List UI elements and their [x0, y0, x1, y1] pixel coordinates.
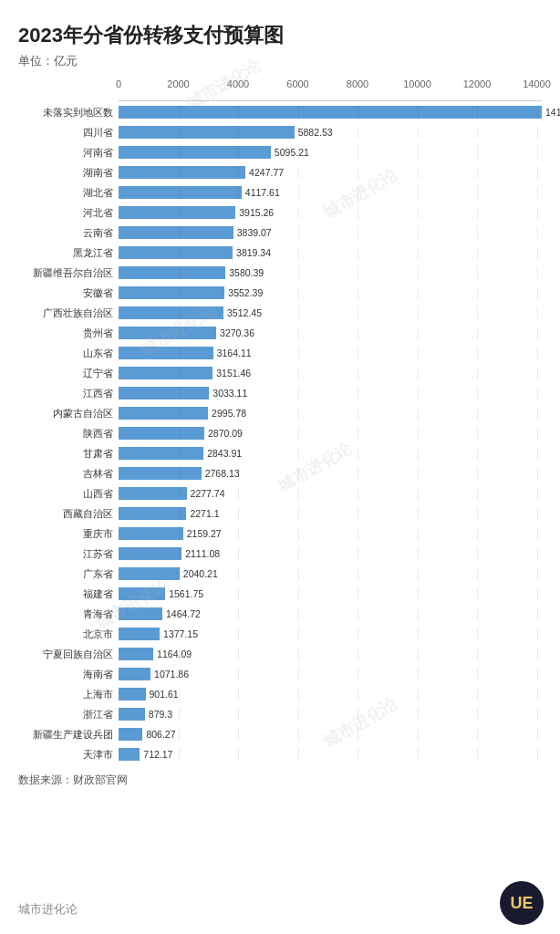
bar-fill	[119, 487, 187, 500]
bar-fill	[119, 226, 233, 239]
bar-value: 1377.15	[163, 628, 198, 639]
bar-fill	[119, 206, 235, 219]
bar-track: 4247.77	[119, 166, 542, 179]
bar-fill	[119, 126, 295, 139]
bar-fill	[119, 628, 160, 640]
bar-fill	[119, 527, 183, 540]
bar-value: 1464.72	[166, 608, 201, 619]
bar-fill	[119, 688, 146, 700]
chart-area: 02000400060008000100001200014000 未落实到地区数…	[18, 78, 542, 765]
bar-value: 2040.21	[183, 568, 218, 579]
bar-row: 广西壮族自治区3512.45	[18, 304, 542, 322]
bar-fill	[119, 306, 223, 319]
bar-value: 901.61	[150, 689, 179, 700]
bar-fill	[119, 748, 140, 761]
x-label-6000: 6000	[286, 78, 308, 89]
bar-track: 1377.15	[119, 628, 542, 640]
bar-row: 陕西省2870.09	[18, 424, 542, 442]
bar-row: 重庆市2159.27	[18, 524, 542, 543]
bar-label: 新疆生产建设兵团	[18, 728, 119, 742]
bar-value: 3552.39	[228, 287, 263, 298]
bar-row: 云南省3839.07	[18, 223, 542, 242]
bar-label: 山西省	[18, 487, 119, 501]
bar-track: 3164.11	[119, 347, 542, 359]
bar-value: 5882.53	[298, 127, 333, 138]
bar-track: 2870.09	[119, 427, 542, 440]
bar-row: 黑龙江省3819.34	[18, 244, 542, 262]
bar-track: 2159.27	[119, 527, 542, 540]
bar-fill	[119, 708, 145, 721]
bar-value: 2271.1	[190, 508, 219, 519]
bar-label: 西藏自治区	[18, 507, 119, 521]
bar-label: 重庆市	[18, 527, 119, 541]
bar-row: 北京市1377.15	[18, 625, 542, 643]
bar-value: 1164.09	[157, 649, 192, 659]
bar-row: 福建省1561.75	[18, 585, 542, 603]
x-label-14000: 14000	[523, 78, 551, 89]
bar-label: 广西壮族自治区	[18, 306, 119, 320]
bar-row: 内蒙古自治区2995.78	[18, 404, 542, 422]
bar-fill	[119, 367, 213, 379]
bar-track: 1071.86	[119, 668, 542, 680]
bar-label: 江西省	[18, 387, 119, 400]
bar-label: 北京市	[18, 628, 119, 641]
bar-fill	[119, 567, 180, 580]
data-source: 数据来源：财政部官网	[18, 773, 542, 788]
bar-track: 14167.71	[119, 106, 560, 119]
bar-fill	[119, 266, 225, 279]
bar-label: 湖北省	[18, 186, 119, 200]
bar-value: 2768.13	[205, 468, 240, 479]
bar-row: 西藏自治区2271.1	[18, 504, 542, 523]
bar-track: 901.61	[119, 688, 542, 700]
bar-fill	[119, 587, 165, 600]
bar-track: 2040.21	[119, 567, 542, 580]
x-label-4000: 4000	[227, 78, 249, 89]
bar-fill	[119, 387, 209, 400]
bar-fill	[119, 447, 203, 460]
bar-label: 黑龙江省	[18, 246, 119, 260]
bar-track: 3151.46	[119, 367, 542, 379]
bar-label: 云南省	[18, 226, 119, 240]
bar-label: 新疆维吾尔自治区	[18, 266, 119, 280]
bar-fill	[119, 648, 153, 660]
bar-label: 安徽省	[18, 286, 119, 300]
bar-fill	[119, 668, 150, 680]
bar-value: 2843.91	[207, 448, 242, 459]
x-label-8000: 8000	[347, 78, 368, 89]
bar-row: 湖北省4117.61	[18, 183, 542, 202]
bar-row: 山西省2277.74	[18, 484, 542, 503]
bar-track: 3915.26	[119, 206, 542, 219]
bar-label: 海南省	[18, 668, 119, 681]
bar-value: 4247.77	[249, 167, 284, 178]
bar-value: 879.3	[149, 709, 172, 720]
bar-track: 3839.07	[119, 226, 542, 239]
bar-label: 辽宁省	[18, 367, 119, 380]
bar-value: 3512.45	[227, 307, 262, 318]
bar-row: 山东省3164.11	[18, 344, 542, 362]
bar-label: 青海省	[18, 607, 119, 621]
bar-row: 江苏省2111.08	[18, 545, 542, 563]
bar-track: 712.17	[119, 748, 542, 761]
bar-label: 福建省	[18, 587, 119, 601]
bar-value: 806.27	[146, 729, 175, 740]
bar-fill	[119, 507, 186, 520]
bar-fill	[119, 106, 542, 119]
bar-row: 天津市712.17	[18, 745, 542, 763]
bar-track: 2271.1	[119, 507, 542, 520]
bar-track: 1561.75	[119, 587, 542, 600]
bar-row: 江西省3033.11	[18, 384, 542, 402]
bar-value: 3915.26	[239, 207, 274, 218]
bar-track: 5095.21	[119, 146, 542, 159]
x-label-12000: 12000	[463, 78, 492, 89]
bar-track: 3819.34	[119, 246, 542, 259]
bar-value: 1561.75	[169, 588, 203, 599]
bar-row: 安徽省3552.39	[18, 284, 542, 302]
bar-row: 贵州省3270.36	[18, 324, 542, 342]
bar-track: 879.3	[119, 708, 542, 721]
bar-track: 806.27	[119, 728, 542, 741]
bar-fill	[119, 166, 245, 179]
bar-label: 内蒙古自治区	[18, 407, 119, 420]
bar-value: 1071.86	[154, 669, 189, 680]
bar-fill	[119, 347, 213, 359]
bar-label: 宁夏回族自治区	[18, 648, 119, 661]
